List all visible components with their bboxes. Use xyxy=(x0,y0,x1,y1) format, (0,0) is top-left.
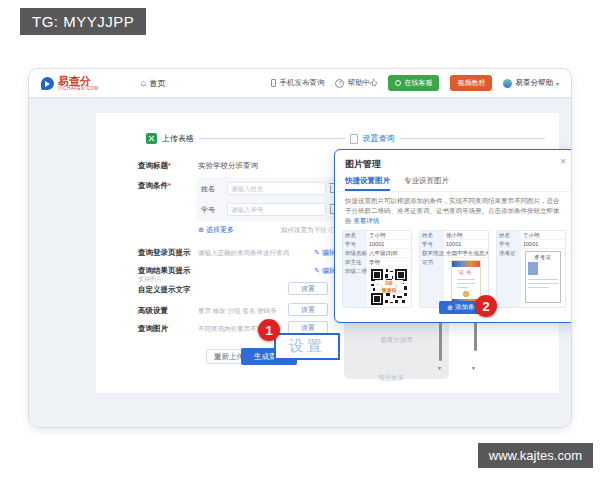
phone-icon xyxy=(271,79,276,87)
detail-link[interactable]: 查看详情 xyxy=(353,217,379,224)
modal-title: 图片管理 xyxy=(335,150,572,171)
condition-row-name: 姓名 xyxy=(201,181,337,196)
setting-callout[interactable]: 设置 xyxy=(274,333,340,360)
document-icon xyxy=(350,134,358,144)
cell-label: 准考证 xyxy=(497,249,521,308)
condition-panel: 姓名 学号 xyxy=(196,177,342,221)
cell-label: 姓名 xyxy=(343,231,367,239)
advanced-settings-label: 高级设置 xyxy=(138,306,168,316)
home-icon: ⌂ xyxy=(141,79,147,87)
query-title-label: 查询标题* xyxy=(138,161,171,171)
nav-home-label: 首页 xyxy=(150,78,166,89)
video-tutorial-label: 视频教程 xyxy=(457,78,485,88)
pencil-icon: ✎ xyxy=(314,267,320,275)
login-tip-value: 请输入正确的查询条件进行查询 xyxy=(198,249,289,258)
website-watermark: www.kajtes.com xyxy=(478,443,593,468)
stepper: 上传表格 设置查询 xyxy=(146,133,545,144)
cell-label: 学号 xyxy=(420,240,444,248)
cell-value: 全国中学生信息大赛一等奖 xyxy=(444,249,488,257)
online-support-label: 在线客服 xyxy=(404,78,432,88)
chevron-down-icon: ▾ xyxy=(556,80,559,87)
preview-placeholder: 易查分演示 xyxy=(380,336,413,345)
logo[interactable]: 易查分 YICHAFEN.COM xyxy=(41,76,99,91)
login-tip-label: 查询登录页提示 xyxy=(138,248,191,258)
custom-text-label: 自定义提示文字 xyxy=(138,285,191,295)
help-center-label: 帮助中心 xyxy=(347,78,377,88)
query-title-value[interactable]: 实验学校分班查询 xyxy=(198,161,258,171)
cell-label: 姓名 xyxy=(420,231,444,239)
result-tip-subnote: 支持图片 xyxy=(138,275,162,284)
account-label: 易查分帮助 xyxy=(515,78,553,88)
logo-subtext: YICHAFEN.COM xyxy=(58,86,99,91)
cell-value: 10001 xyxy=(367,240,411,248)
avatar xyxy=(503,79,512,88)
dropdown-hint[interactable]: 如何设置为下拉 ⓘ xyxy=(281,226,335,235)
example-cards: 姓名王小明 学号10001 班级名称八年级(3)班 班主任李明 班级二维码 xyxy=(335,226,572,308)
modal-tabs: 快捷设置图片 专业设置图片 xyxy=(335,171,572,192)
example-card-qr: 姓名王小明 学号10001 班级名称八年级(3)班 班主任李明 班级二维码 xyxy=(342,230,412,308)
cell-value: 10001 xyxy=(521,240,565,248)
stepper-line xyxy=(400,138,546,139)
edit-login-tip-link[interactable]: ✎ 编辑 xyxy=(314,248,336,258)
headset-icon xyxy=(395,80,401,86)
excel-icon xyxy=(146,133,157,144)
preview-link[interactable]: 预览效果 xyxy=(378,374,404,383)
phone-publish-label: 手机发布查询 xyxy=(279,78,324,88)
plus-circle-icon: ⊕ xyxy=(447,304,453,312)
nav-home[interactable]: ⌂ 首页 xyxy=(141,78,166,89)
step-badge-1: 1 xyxy=(258,319,280,341)
phone-publish-link[interactable]: 手机发布查询 xyxy=(271,78,324,88)
step-setup-query: 设置查询 xyxy=(363,133,395,144)
advanced-settings-desc: 显示 修改 分组 签名 密码等 xyxy=(198,307,277,316)
video-tutorial-button[interactable]: 视频教程 xyxy=(450,75,492,91)
step-badge-2: 2 xyxy=(475,295,497,317)
field-id-label: 学号 xyxy=(201,205,223,215)
scroll-down-icon[interactable]: ▼ xyxy=(471,365,476,371)
cell-value: 李明 xyxy=(367,258,411,266)
step-upload-table: 上传表格 xyxy=(162,133,194,144)
query-condition-label: 查询条件* xyxy=(138,181,171,191)
admission-ticket-image: 准考证 xyxy=(525,251,561,303)
ticket-photo xyxy=(528,262,538,275)
name-input[interactable] xyxy=(227,182,326,195)
query-image-label: 查询图片 xyxy=(138,324,168,334)
question-icon: ? xyxy=(335,79,344,88)
qr-overlay-text: 3班 邀请码 xyxy=(375,280,403,293)
cell-value: 10001 xyxy=(444,240,488,248)
help-center-link[interactable]: ? 帮助中心 xyxy=(335,78,377,88)
logo-text: 易查分 xyxy=(58,76,99,86)
field-name-label: 姓名 xyxy=(201,184,223,194)
cell-label: 班主任 xyxy=(343,258,367,266)
example-card-ticket: 姓名王小明 学号10001 准考证 准考证 xyxy=(496,230,566,308)
cell-label: 班级二维码 xyxy=(343,267,367,308)
scroll-down-icon[interactable]: ▼ xyxy=(437,365,442,371)
online-support-button[interactable]: 在线客服 xyxy=(388,75,439,91)
tab-quick-setup[interactable]: 快捷设置图片 xyxy=(345,176,390,191)
cell-label: 学号 xyxy=(497,240,521,248)
app-window: 易查分 YICHAFEN.COM ⌂ 首页 手机发布查询 ? 帮助中心 在线客服… xyxy=(28,68,572,428)
cell-label: 学号 xyxy=(343,240,367,248)
edit-result-tip-link[interactable]: ✎ 编辑 xyxy=(314,266,336,276)
telegram-watermark: TG: MYYJJPP xyxy=(20,8,146,35)
modal-description: 快捷设置图片可以根据添加的条件，实现不同查询结果显示不同图片，适合于分班群二维码… xyxy=(335,192,572,226)
stepper-line xyxy=(199,138,345,139)
qr-code-image: 3班 邀请码 xyxy=(371,269,407,305)
close-icon[interactable]: × xyxy=(560,156,566,167)
cell-label: 班级名称 xyxy=(343,249,367,257)
account-menu[interactable]: 易查分帮助 ▾ xyxy=(503,78,559,88)
cell-value: 八年级(3)班 xyxy=(367,249,411,257)
student-id-input[interactable] xyxy=(227,203,326,216)
dropdown-hint-label: 如何设置为下拉 xyxy=(281,226,327,235)
cell-value: 王小明 xyxy=(367,231,411,239)
custom-text-setting-button[interactable]: 设置 xyxy=(288,282,328,295)
cell-label: 获奖情况 xyxy=(420,249,444,257)
image-manager-modal: 图片管理 × 快捷设置图片 专业设置图片 快捷设置图片可以根据添加的条件，实现不… xyxy=(334,149,572,323)
condition-row-id: 学号 xyxy=(201,202,337,217)
logo-bubble-icon xyxy=(41,77,54,90)
tab-pro-setup[interactable]: 专业设置图片 xyxy=(404,176,449,191)
app-header: 易查分 YICHAFEN.COM ⌂ 首页 手机发布查询 ? 帮助中心 在线客服… xyxy=(29,69,571,99)
cell-value: 张小明 xyxy=(444,231,488,239)
advanced-setting-button[interactable]: 设置 xyxy=(288,303,328,316)
select-more-link[interactable]: ⊕ 选择更多 xyxy=(198,225,234,235)
select-more-label: 选择更多 xyxy=(206,225,234,235)
